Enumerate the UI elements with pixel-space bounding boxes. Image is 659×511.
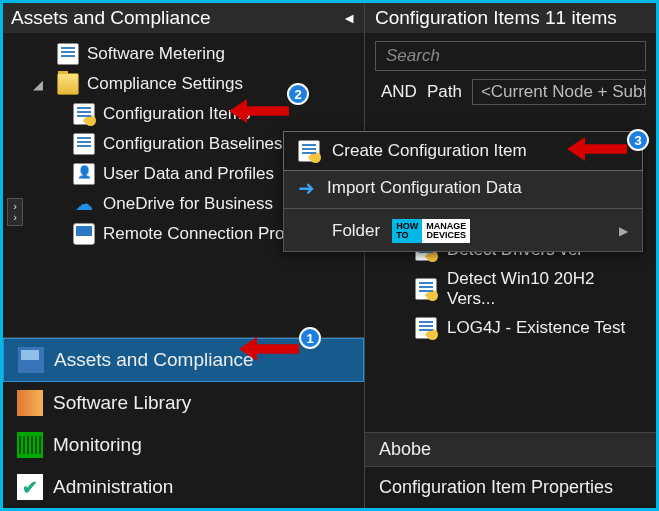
tree-item-software-metering[interactable]: Software Metering bbox=[3, 39, 364, 69]
workspace-nav: Assets and Compliance Software Library M… bbox=[3, 338, 364, 508]
tree-item-configuration-items[interactable]: Configuration Items bbox=[3, 99, 364, 129]
library-icon bbox=[17, 390, 43, 416]
monitor-icon bbox=[73, 223, 95, 245]
import-arrow-icon: ➜ bbox=[298, 178, 315, 198]
doc-icon bbox=[57, 43, 79, 65]
filter-row: AND Path <Current Node + Subfo bbox=[365, 77, 656, 111]
menu-label: Import Configuration Data bbox=[327, 178, 522, 198]
list-label: Detect Win10 20H2 Vers... bbox=[447, 269, 646, 309]
menu-create-config-item[interactable]: Create Configuration Item bbox=[284, 132, 642, 170]
monitoring-icon bbox=[17, 432, 43, 458]
nav-label: Monitoring bbox=[53, 434, 142, 456]
submenu-arrow-icon: ▶ bbox=[619, 224, 628, 238]
watermark-logo: HOWTO MANAGE DEVICES bbox=[392, 219, 470, 243]
annotation-badge-2: 2 bbox=[287, 83, 309, 105]
tree-label: OneDrive for Business bbox=[103, 194, 273, 214]
collapse-left-icon[interactable]: ◄ bbox=[342, 10, 356, 26]
expand-ribbon-handle[interactable]: › › bbox=[7, 198, 23, 226]
tree-label: Remote Connection Profile bbox=[103, 224, 306, 244]
menu-import-config-data[interactable]: ➜ Import Configuration Data bbox=[284, 170, 642, 206]
tree-label: Configuration Items bbox=[103, 104, 250, 124]
tree-item-compliance-settings[interactable]: ◢ Compliance Settings bbox=[3, 69, 364, 99]
baseline-icon bbox=[73, 133, 95, 155]
tree-label: Software Metering bbox=[87, 44, 225, 64]
nav-software-library[interactable]: Software Library bbox=[3, 382, 364, 424]
list-label: LOG4J - Existence Test bbox=[447, 318, 625, 338]
list-item[interactable]: Detect Win10 20H2 Vers... bbox=[365, 265, 656, 313]
menu-separator bbox=[284, 208, 642, 209]
chevron-right-icon: › bbox=[13, 212, 17, 223]
collapse-icon[interactable]: ◢ bbox=[33, 77, 43, 92]
left-panel-title: Assets and Compliance bbox=[11, 7, 211, 29]
annotation-badge-1: 1 bbox=[299, 327, 321, 349]
nav-label: Software Library bbox=[53, 392, 191, 414]
tree-label: Compliance Settings bbox=[87, 74, 243, 94]
properties-title: Configuration Item Properties bbox=[379, 477, 613, 497]
onedrive-icon: ☁ bbox=[73, 193, 95, 215]
config-item-icon bbox=[298, 140, 320, 162]
nav-label: Assets and Compliance bbox=[54, 349, 254, 371]
properties-header: Configuration Item Properties bbox=[365, 467, 656, 508]
menu-label: Folder bbox=[332, 221, 380, 241]
tree-label: User Data and Profiles bbox=[103, 164, 274, 184]
context-menu: Create Configuration Item ➜ Import Confi… bbox=[283, 131, 643, 252]
annotation-badge-3: 3 bbox=[627, 129, 649, 151]
search-input[interactable]: Search bbox=[375, 41, 646, 71]
tree-label: Configuration Baselines bbox=[103, 134, 283, 154]
user-icon bbox=[73, 163, 95, 185]
nav-label: Administration bbox=[53, 476, 173, 498]
filter-path-label: Path bbox=[427, 82, 462, 102]
watermark-part: HOWTO bbox=[392, 219, 422, 243]
watermark-part: MANAGE DEVICES bbox=[422, 219, 470, 243]
menu-folder[interactable]: Folder HOWTO MANAGE DEVICES ▶ bbox=[284, 211, 642, 251]
administration-icon bbox=[17, 474, 43, 500]
section-title: Abobe bbox=[379, 439, 431, 459]
config-item-icon bbox=[415, 317, 437, 339]
details-section-header: Abobe bbox=[365, 432, 656, 467]
assets-icon bbox=[18, 347, 44, 373]
list-item[interactable]: LOG4J - Existence Test bbox=[365, 313, 656, 343]
filter-value-box[interactable]: <Current Node + Subfo bbox=[472, 79, 646, 105]
folder-icon bbox=[57, 73, 79, 95]
config-item-icon bbox=[73, 103, 95, 125]
nav-administration[interactable]: Administration bbox=[3, 466, 364, 508]
watermark-text: DEVICES bbox=[426, 231, 466, 240]
right-panel-header: Configuration Items 11 items bbox=[365, 3, 656, 33]
config-item-icon bbox=[415, 278, 437, 300]
filter-and-label: AND bbox=[381, 82, 417, 102]
right-panel-title: Configuration Items 11 items bbox=[375, 7, 617, 28]
left-panel-header: Assets and Compliance ◄ bbox=[3, 3, 364, 33]
menu-label: Create Configuration Item bbox=[332, 141, 527, 161]
nav-monitoring[interactable]: Monitoring bbox=[3, 424, 364, 466]
